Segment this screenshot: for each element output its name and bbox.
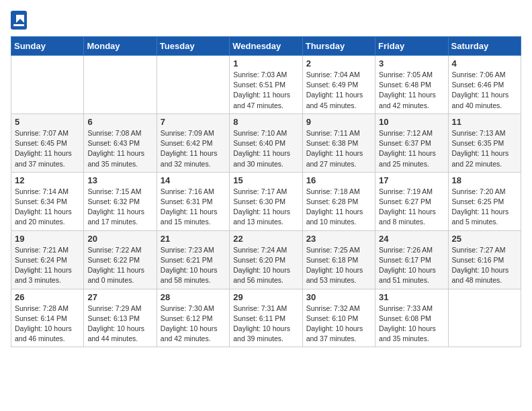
page-header [11,11,521,30]
calendar-cell [157,56,229,114]
day-number: 13 [87,175,152,185]
calendar-cell [84,56,157,114]
day-number: 26 [15,292,80,302]
calendar-cell: 24Sunrise: 7:26 AM Sunset: 6:17 PM Dayli… [375,230,448,289]
calendar-cell [11,56,84,114]
calendar-cell: 5Sunrise: 7:07 AM Sunset: 6:45 PM Daylig… [11,113,84,172]
day-number: 22 [233,234,298,244]
calendar-cell: 15Sunrise: 7:17 AM Sunset: 6:30 PM Dayli… [230,172,302,230]
calendar-cell: 29Sunrise: 7:31 AM Sunset: 6:11 PM Dayli… [230,289,302,347]
weekday-header-wednesday: Wednesday [230,37,302,56]
day-number: 6 [87,117,152,127]
day-number: 28 [161,292,226,302]
calendar-cell: 12Sunrise: 7:14 AM Sunset: 6:34 PM Dayli… [11,172,84,230]
calendar-cell: 11Sunrise: 7:13 AM Sunset: 6:35 PM Dayli… [448,113,521,172]
day-info: Sunrise: 7:20 AM Sunset: 6:25 PM Dayligh… [452,187,517,228]
day-info: Sunrise: 7:17 AM Sunset: 6:30 PM Dayligh… [233,187,298,228]
calendar-cell: 26Sunrise: 7:28 AM Sunset: 6:14 PM Dayli… [11,289,84,347]
day-number: 3 [379,58,444,68]
day-info: Sunrise: 7:03 AM Sunset: 6:51 PM Dayligh… [233,70,298,111]
day-info: Sunrise: 7:28 AM Sunset: 6:14 PM Dayligh… [15,304,80,345]
day-number: 23 [306,234,371,244]
calendar-cell: 27Sunrise: 7:29 AM Sunset: 6:13 PM Dayli… [84,289,157,347]
day-number: 8 [233,117,298,127]
calendar-cell: 22Sunrise: 7:24 AM Sunset: 6:20 PM Dayli… [230,230,302,289]
day-info: Sunrise: 7:05 AM Sunset: 6:48 PM Dayligh… [379,70,444,111]
calendar-cell [448,289,521,347]
day-info: Sunrise: 7:23 AM Sunset: 6:21 PM Dayligh… [161,245,226,286]
weekday-header-tuesday: Tuesday [157,37,229,56]
day-number: 12 [15,175,80,185]
calendar-week-row: 19Sunrise: 7:21 AM Sunset: 6:24 PM Dayli… [11,230,521,289]
day-info: Sunrise: 7:10 AM Sunset: 6:40 PM Dayligh… [233,128,298,169]
day-number: 29 [233,292,298,302]
day-info: Sunrise: 7:15 AM Sunset: 6:32 PM Dayligh… [87,187,152,228]
logo [11,11,30,30]
day-number: 27 [87,292,152,302]
calendar-cell: 28Sunrise: 7:30 AM Sunset: 6:12 PM Dayli… [157,289,229,347]
day-info: Sunrise: 7:18 AM Sunset: 6:28 PM Dayligh… [306,187,371,228]
day-info: Sunrise: 7:26 AM Sunset: 6:17 PM Dayligh… [379,245,444,286]
calendar-cell: 25Sunrise: 7:27 AM Sunset: 6:16 PM Dayli… [448,230,521,289]
day-info: Sunrise: 7:22 AM Sunset: 6:22 PM Dayligh… [87,245,152,286]
calendar-table: SundayMondayTuesdayWednesdayThursdayFrid… [11,36,521,347]
calendar-cell: 6Sunrise: 7:08 AM Sunset: 6:43 PM Daylig… [84,113,157,172]
calendar-week-row: 1Sunrise: 7:03 AM Sunset: 6:51 PM Daylig… [11,56,521,114]
calendar-cell: 13Sunrise: 7:15 AM Sunset: 6:32 PM Dayli… [84,172,157,230]
calendar-cell: 14Sunrise: 7:16 AM Sunset: 6:31 PM Dayli… [157,172,229,230]
calendar-cell: 16Sunrise: 7:18 AM Sunset: 6:28 PM Dayli… [302,172,375,230]
day-number: 17 [379,175,444,185]
calendar-week-row: 5Sunrise: 7:07 AM Sunset: 6:45 PM Daylig… [11,113,521,172]
day-info: Sunrise: 7:32 AM Sunset: 6:10 PM Dayligh… [306,304,371,345]
day-number: 21 [161,234,226,244]
weekday-header-monday: Monday [84,37,157,56]
day-info: Sunrise: 7:08 AM Sunset: 6:43 PM Dayligh… [87,128,152,169]
day-number: 10 [379,117,444,127]
day-number: 31 [379,292,444,302]
calendar-cell: 23Sunrise: 7:25 AM Sunset: 6:18 PM Dayli… [302,230,375,289]
calendar-cell: 17Sunrise: 7:19 AM Sunset: 6:27 PM Dayli… [375,172,448,230]
day-number: 14 [161,175,226,185]
day-info: Sunrise: 7:19 AM Sunset: 6:27 PM Dayligh… [379,187,444,228]
day-number: 5 [15,117,80,127]
weekday-header-row: SundayMondayTuesdayWednesdayThursdayFrid… [11,37,521,56]
day-number: 1 [233,58,298,68]
calendar-cell: 8Sunrise: 7:10 AM Sunset: 6:40 PM Daylig… [230,113,302,172]
calendar-cell: 2Sunrise: 7:04 AM Sunset: 6:49 PM Daylig… [302,56,375,114]
day-info: Sunrise: 7:30 AM Sunset: 6:12 PM Dayligh… [161,304,226,345]
day-info: Sunrise: 7:12 AM Sunset: 6:37 PM Dayligh… [379,128,444,169]
weekday-header-friday: Friday [375,37,448,56]
day-number: 19 [15,234,80,244]
day-number: 18 [452,175,517,185]
day-number: 2 [306,58,371,68]
day-number: 4 [452,58,517,68]
weekday-header-thursday: Thursday [302,37,375,56]
day-info: Sunrise: 7:16 AM Sunset: 6:31 PM Dayligh… [161,187,226,228]
calendar-cell: 3Sunrise: 7:05 AM Sunset: 6:48 PM Daylig… [375,56,448,114]
calendar-cell: 19Sunrise: 7:21 AM Sunset: 6:24 PM Dayli… [11,230,84,289]
calendar-cell: 4Sunrise: 7:06 AM Sunset: 6:46 PM Daylig… [448,56,521,114]
day-number: 7 [161,117,226,127]
day-info: Sunrise: 7:33 AM Sunset: 6:08 PM Dayligh… [379,304,444,345]
calendar-cell: 21Sunrise: 7:23 AM Sunset: 6:21 PM Dayli… [157,230,229,289]
calendar-cell: 20Sunrise: 7:22 AM Sunset: 6:22 PM Dayli… [84,230,157,289]
calendar-cell: 31Sunrise: 7:33 AM Sunset: 6:08 PM Dayli… [375,289,448,347]
day-number: 16 [306,175,371,185]
calendar-cell: 10Sunrise: 7:12 AM Sunset: 6:37 PM Dayli… [375,113,448,172]
day-info: Sunrise: 7:24 AM Sunset: 6:20 PM Dayligh… [233,245,298,286]
calendar-cell: 1Sunrise: 7:03 AM Sunset: 6:51 PM Daylig… [230,56,302,114]
day-number: 15 [233,175,298,185]
calendar-week-row: 12Sunrise: 7:14 AM Sunset: 6:34 PM Dayli… [11,172,521,230]
day-info: Sunrise: 7:13 AM Sunset: 6:35 PM Dayligh… [452,128,517,169]
calendar-cell: 30Sunrise: 7:32 AM Sunset: 6:10 PM Dayli… [302,289,375,347]
svg-rect-2 [13,24,24,26]
day-info: Sunrise: 7:07 AM Sunset: 6:45 PM Dayligh… [15,128,80,169]
day-number: 24 [379,234,444,244]
calendar-cell: 9Sunrise: 7:11 AM Sunset: 6:38 PM Daylig… [302,113,375,172]
calendar-week-row: 26Sunrise: 7:28 AM Sunset: 6:14 PM Dayli… [11,289,521,347]
day-info: Sunrise: 7:14 AM Sunset: 6:34 PM Dayligh… [15,187,80,228]
day-info: Sunrise: 7:06 AM Sunset: 6:46 PM Dayligh… [452,70,517,111]
day-number: 25 [452,234,517,244]
calendar-cell: 7Sunrise: 7:09 AM Sunset: 6:42 PM Daylig… [157,113,229,172]
day-info: Sunrise: 7:25 AM Sunset: 6:18 PM Dayligh… [306,245,371,286]
